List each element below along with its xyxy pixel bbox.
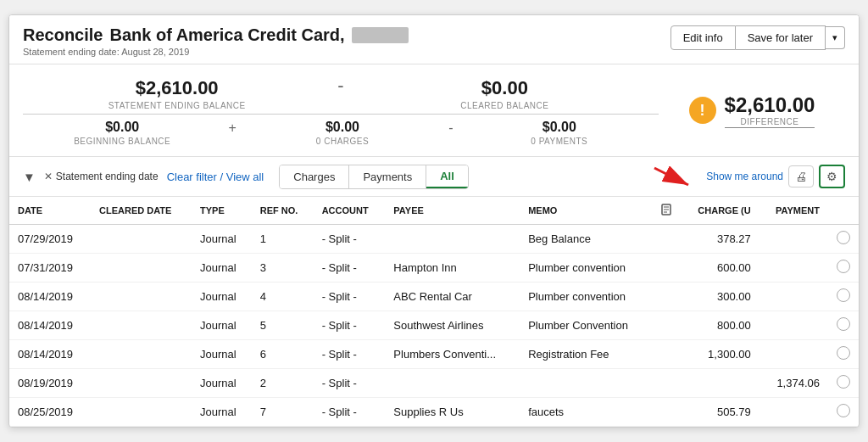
cell-charge: 505.79 (681, 398, 760, 427)
summary-left: $2,610.00 STATEMENT ENDING BALANCE - $0.… (23, 75, 659, 146)
cell-payment (760, 254, 828, 283)
cell-type: Journal (192, 340, 252, 369)
filter-info: ✕ Statement ending date (44, 171, 159, 182)
cell-account: - Split - (314, 225, 386, 254)
col-ref-no: REF NO. (252, 197, 314, 225)
cleared-balance: $0.00 CLEARED BALANCE (351, 77, 659, 110)
table-row[interactable]: 08/14/2019 Journal 4 - Split - ABC Renta… (9, 283, 859, 311)
table-container: DATE CLEARED DATE TYPE REF NO. ACCOUNT P… (9, 197, 859, 427)
col-attach-icon (652, 197, 681, 225)
cell-memo: Plumber convention (520, 254, 652, 283)
cell-cleared-date (91, 369, 192, 398)
table-header-row: DATE CLEARED DATE TYPE REF NO. ACCOUNT P… (9, 197, 859, 225)
cell-payee (385, 369, 520, 398)
minus-operator-1: - (331, 75, 350, 110)
cell-type: Journal (192, 283, 252, 311)
table-body: 07/29/2019 Journal 1 - Split - Beg Balan… (9, 225, 859, 427)
cell-attach (652, 340, 681, 369)
cell-charge: 1,300.00 (681, 340, 760, 369)
red-arrow (650, 164, 701, 189)
cell-charge: 800.00 (681, 311, 760, 340)
table-row[interactable]: 07/31/2019 Journal 3 - Split - Hampton I… (9, 254, 859, 283)
cell-payment (760, 283, 828, 311)
cell-cleared-date (91, 283, 192, 311)
minus-operator-2: - (442, 120, 459, 146)
plus-operator: + (221, 120, 242, 146)
cell-cleared-date (91, 398, 192, 427)
cell-attach (652, 225, 681, 254)
cell-type: Journal (192, 225, 252, 254)
cell-payee: Hampton Inn (385, 254, 520, 283)
settings-button[interactable]: ⚙ (819, 165, 845, 188)
payments-summary: $0.00 0 PAYMENTS (460, 120, 659, 146)
reconcile-label: Reconcile (23, 25, 103, 45)
cell-charge: 600.00 (681, 254, 760, 283)
cell-ref-no: 7 (252, 398, 314, 427)
tab-all[interactable]: All (426, 165, 468, 188)
col-check (828, 197, 859, 225)
header-actions: Edit info Save for later ▾ (670, 25, 845, 50)
cell-checkbox[interactable] (828, 340, 859, 369)
cell-memo: Beg Balance (520, 225, 652, 254)
cell-payee: Supplies R Us (385, 398, 520, 427)
edit-info-button[interactable]: Edit info (670, 25, 736, 50)
cell-memo: Plumber Convention (520, 311, 652, 340)
charges-amount: $0.00 (243, 120, 442, 135)
cell-cleared-date (91, 225, 192, 254)
beginning-balance: $0.00 BEGINNING BALANCE (23, 120, 221, 146)
cell-checkbox[interactable] (828, 225, 859, 254)
cell-memo: faucets (520, 398, 652, 427)
payments-label: 0 PAYMENTS (460, 137, 659, 146)
header-title: Reconcile Bank of America Credit Card, •… (23, 25, 409, 45)
print-button[interactable]: 🖨 (788, 165, 814, 187)
cell-checkbox[interactable] (828, 283, 859, 311)
tab-group: Charges Payments All (279, 165, 469, 189)
summary-section: $2,610.00 STATEMENT ENDING BALANCE - $0.… (9, 64, 859, 157)
clear-filter-link[interactable]: Clear filter / View all (167, 171, 264, 183)
cell-account: - Split - (314, 283, 386, 311)
cell-account: - Split - (314, 369, 386, 398)
col-date: DATE (9, 197, 91, 225)
tab-payments[interactable]: Payments (349, 165, 426, 188)
svg-line-1 (654, 168, 688, 185)
cell-checkbox[interactable] (828, 369, 859, 398)
cell-checkbox[interactable] (828, 254, 859, 283)
clear-filter-x[interactable]: ✕ (44, 171, 53, 182)
cell-payment (760, 340, 828, 369)
cell-checkbox[interactable] (828, 311, 859, 340)
table-row[interactable]: 08/25/2019 Journal 7 - Split - Supplies … (9, 398, 859, 427)
cell-date: 08/14/2019 (9, 311, 91, 340)
cell-attach (652, 398, 681, 427)
charges-summary: $0.00 0 CHARGES (243, 120, 442, 146)
cell-memo: Registration Fee (520, 340, 652, 369)
cell-attach (652, 254, 681, 283)
cell-attach (652, 369, 681, 398)
cell-attach (652, 311, 681, 340)
tab-charges[interactable]: Charges (280, 165, 349, 188)
cell-memo: Plumber convention (520, 283, 652, 311)
cleared-balance-amount: $0.00 (351, 77, 659, 99)
save-dropdown-button[interactable]: ▾ (826, 26, 845, 49)
table-row[interactable]: 08/14/2019 Journal 6 - Split - Plumbers … (9, 340, 859, 369)
cell-payee: ABC Rental Car (385, 283, 520, 311)
save-for-later-button[interactable]: Save for later (736, 25, 826, 50)
show-me-around-link[interactable]: Show me around (706, 171, 783, 182)
col-charge: CHARGE (U (681, 197, 760, 225)
filter-icon[interactable]: ▼ (23, 170, 36, 184)
table-row[interactable]: 08/19/2019 Journal 2 - Split - 1,374.06 (9, 369, 859, 398)
cell-checkbox[interactable] (828, 398, 859, 427)
col-type: TYPE (192, 197, 252, 225)
cell-payment (760, 398, 828, 427)
table-row[interactable]: 08/14/2019 Journal 5 - Split - Southwest… (9, 311, 859, 340)
cell-payee: Plumbers Conventi... (385, 340, 520, 369)
difference-panel: ! $2,610.00 DIFFERENCE (659, 93, 845, 128)
cell-date: 07/31/2019 (9, 254, 91, 283)
table-row[interactable]: 07/29/2019 Journal 1 - Split - Beg Balan… (9, 225, 859, 254)
cell-cleared-date (91, 254, 192, 283)
payments-amount: $0.00 (460, 120, 659, 135)
account-name: Bank of America Credit Card, (109, 25, 344, 45)
cell-date: 08/14/2019 (9, 340, 91, 369)
difference-label: DIFFERENCE (725, 117, 815, 128)
cell-account: - Split - (314, 254, 386, 283)
cell-type: Journal (192, 398, 252, 427)
